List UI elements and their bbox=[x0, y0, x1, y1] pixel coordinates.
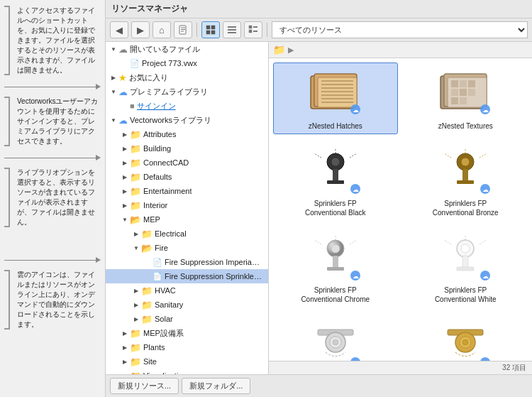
toggle-hvac[interactable]: ▶ bbox=[131, 285, 141, 295]
app-title: リソースマネージャ bbox=[111, 4, 188, 13]
toggle-attributes[interactable]: ▶ bbox=[120, 129, 130, 139]
svg-rect-11 bbox=[249, 26, 252, 28]
toggle-entertainment[interactable]: ▶ bbox=[120, 186, 130, 196]
toggle-solar[interactable]: ▶ bbox=[131, 314, 141, 324]
tree-item-attributes[interactable]: ▶ 📁 Attributes bbox=[106, 127, 268, 141]
tree-item-defaults[interactable]: ▶ 📁 Defaults bbox=[106, 170, 268, 184]
toggle-fire[interactable]: ▼ bbox=[131, 243, 141, 253]
back-button[interactable]: ◀ bbox=[110, 21, 128, 38]
toggle-interior[interactable]: ▶ bbox=[120, 200, 130, 210]
toggle-vw-library[interactable]: ▼ bbox=[109, 115, 118, 125]
svg-rect-37 bbox=[460, 97, 467, 104]
svg-rect-34 bbox=[460, 89, 467, 96]
folder-icon-entertainment: 📁 bbox=[130, 186, 141, 197]
thumb-nested-textures: ☁ bbox=[434, 67, 497, 119]
tree-item-plants[interactable]: ▶ 📁 Plants bbox=[106, 340, 268, 354]
tree-item-solar[interactable]: ▶ 📁 Solar bbox=[106, 312, 268, 326]
toggle-building[interactable]: ▶ bbox=[120, 143, 130, 153]
toggle-site[interactable]: ▶ bbox=[120, 357, 130, 366]
toggle-premium[interactable]: ▼ bbox=[109, 87, 118, 97]
svg-text:☁: ☁ bbox=[482, 273, 489, 280]
forward-button[interactable]: ▶ bbox=[131, 21, 150, 38]
svg-rect-32 bbox=[468, 80, 475, 87]
folder-icon-interior: 📁 bbox=[130, 200, 141, 211]
help-text-1: よくアクセスするファイルへのショートカットを、お気に入りに登録できます。ファイル… bbox=[17, 6, 101, 75]
tree-item-vw-library[interactable]: ▼ ☁ Vectorworksライブラリ bbox=[106, 113, 268, 127]
toggle-sanitary[interactable]: ▶ bbox=[131, 300, 141, 310]
tree-item-electrical[interactable]: ▶ 📁 Electrical bbox=[106, 227, 268, 241]
folder-icon-sanitary: 📁 bbox=[141, 300, 153, 310]
tree-item-connectcad[interactable]: ▶ 📁 ConnectCAD bbox=[106, 156, 268, 170]
svg-rect-13 bbox=[249, 30, 252, 33]
resource-item-nested-textures[interactable]: ☁ zNested Textures bbox=[404, 62, 528, 134]
resource-item-nested-hatches[interactable]: ☁ zNested Hatches bbox=[273, 62, 398, 134]
tree-item-open-files[interactable]: ▼ ☁ 開いているファイル bbox=[106, 42, 268, 56]
tree-item-site[interactable]: ▶ 📁 Site bbox=[106, 354, 268, 369]
tree-label-fire-imperial: Fire Suppression Imperia… bbox=[165, 258, 260, 266]
tree-item-sanitary[interactable]: ▶ 📁 Sanitary bbox=[106, 298, 268, 312]
home-button[interactable]: ⌂ bbox=[153, 21, 171, 38]
grid-view-button[interactable] bbox=[201, 21, 220, 38]
folder-icon-building: 📁 bbox=[130, 143, 141, 154]
tree-label-interior: Interior bbox=[143, 201, 167, 210]
svg-line-64 bbox=[350, 240, 357, 244]
resource-path-icon: 📁 bbox=[273, 44, 285, 55]
svg-rect-4 bbox=[206, 26, 210, 29]
resource-label-sprinklers-black: Sprinklers FP Conventional Black bbox=[300, 199, 371, 217]
toggle-plants[interactable]: ▶ bbox=[120, 342, 130, 352]
tree-item-visualization[interactable]: ▶ 📁 Visualization bbox=[106, 369, 268, 374]
detail-view-button[interactable] bbox=[244, 21, 262, 38]
tree-label-mep: MEP bbox=[143, 215, 160, 224]
thumb-sprinklers-black: ☁ bbox=[304, 145, 367, 196]
star-icon-favorites: ★ bbox=[118, 72, 127, 83]
folder-icon-fire: 📂 bbox=[141, 243, 153, 254]
toggle-connectcad[interactable]: ▶ bbox=[120, 158, 130, 168]
new-resource-button[interactable]: 新規リソース... bbox=[110, 378, 179, 394]
tree-item-mep-sys[interactable]: ▶ 📁 MEP設備系 bbox=[106, 326, 268, 340]
tree-label-defaults: Defaults bbox=[143, 173, 172, 181]
resource-item-sprinklers-white[interactable]: ☁ Sprinklers FP Conventional White bbox=[404, 227, 528, 308]
tree-label-vw-library: Vectorworksライブラリ bbox=[130, 115, 211, 126]
source-dropdown[interactable]: すべてのリソース 開いているファイル お気に入り bbox=[272, 21, 528, 38]
tree-item-hvac[interactable]: ▶ 📁 HVAC bbox=[106, 283, 268, 298]
tree-item-fire-sprinkle[interactable]: 📄 Fire Suppression Sprinkle… bbox=[106, 269, 268, 283]
svg-line-62 bbox=[314, 240, 321, 244]
tree-item-fire[interactable]: ▼ 📂 Fire bbox=[106, 241, 268, 255]
tree-item-premium[interactable]: ▼ ☁ プレミアムライブラリ bbox=[106, 85, 268, 99]
toggle-favorites[interactable]: ▶ bbox=[109, 72, 118, 82]
svg-text:☁: ☁ bbox=[482, 186, 489, 193]
tree-panel: ▼ ☁ 開いているファイル 📄 Project 773.vwx ▶ ★ お気に入… bbox=[106, 42, 269, 374]
resource-item-sprinklers-black[interactable]: ☁ Sprinklers FP Conventional Black bbox=[273, 140, 398, 221]
resource-item-sprinklers-chrome[interactable]: ☁ Sprinklers FP Conventional Chrome bbox=[273, 227, 398, 308]
resource-item-sprinklers-horiz2[interactable]: ☁ Sprinklers FP Horizontal Recesse… bbox=[404, 313, 528, 361]
resource-item-sprinklers-bronze[interactable]: ☁ Sprinklers FP Conventional Bronze bbox=[404, 140, 528, 221]
svg-rect-35 bbox=[468, 89, 475, 96]
toggle-electrical[interactable]: ▶ bbox=[131, 229, 141, 239]
folder-icon-open-files: ☁ bbox=[118, 44, 128, 55]
tree-label-connectcad: ConnectCAD bbox=[143, 158, 189, 167]
tree-item-favorites[interactable]: ▶ ★ お気に入り bbox=[106, 70, 268, 85]
svg-rect-70 bbox=[457, 267, 474, 271]
tree-item-signin[interactable]: ■ サインイン bbox=[106, 99, 268, 113]
help-arrow-2 bbox=[4, 155, 101, 161]
tree-item-interior[interactable]: ▶ 📁 Interior bbox=[106, 198, 268, 212]
svg-rect-6 bbox=[206, 31, 210, 34]
toggle-open-files[interactable]: ▼ bbox=[109, 44, 118, 54]
resource-label-sprinklers-bronze: Sprinklers FP Conventional Bronze bbox=[430, 199, 501, 217]
help-section-3: ライブラリオプションを選択すると、表示するリソースが含まれているファイルが表示さ… bbox=[4, 168, 101, 227]
toggle-mep-sys[interactable]: ▶ bbox=[120, 328, 130, 338]
toggle-mep[interactable]: ▼ bbox=[120, 214, 130, 224]
thumb-nested-hatches: ☁ bbox=[304, 67, 367, 119]
toggle-defaults[interactable]: ▶ bbox=[120, 172, 130, 182]
new-folder-button[interactable]: 新規フォルダ... bbox=[182, 378, 250, 394]
tree-item-project[interactable]: 📄 Project 773.vwx bbox=[106, 56, 268, 70]
list-view-button[interactable] bbox=[223, 21, 241, 38]
tree-item-entertainment[interactable]: ▶ 📁 Entertainment bbox=[106, 184, 268, 198]
tree-item-mep[interactable]: ▼ 📂 MEP bbox=[106, 212, 268, 227]
tree-item-fire-imperial[interactable]: 📄 Fire Suppression Imperia… bbox=[106, 255, 268, 269]
tree-item-building[interactable]: ▶ 📁 Building bbox=[106, 141, 268, 156]
thumb-sprinklers-horiz2: ☁ bbox=[434, 318, 497, 361]
document-button[interactable] bbox=[174, 21, 192, 38]
resource-item-sprinklers-horiz1[interactable]: ☁ Sprinklers FP Horizontal Recesse… bbox=[273, 313, 398, 361]
folder-icon-mep-sys: 📁 bbox=[130, 328, 141, 339]
